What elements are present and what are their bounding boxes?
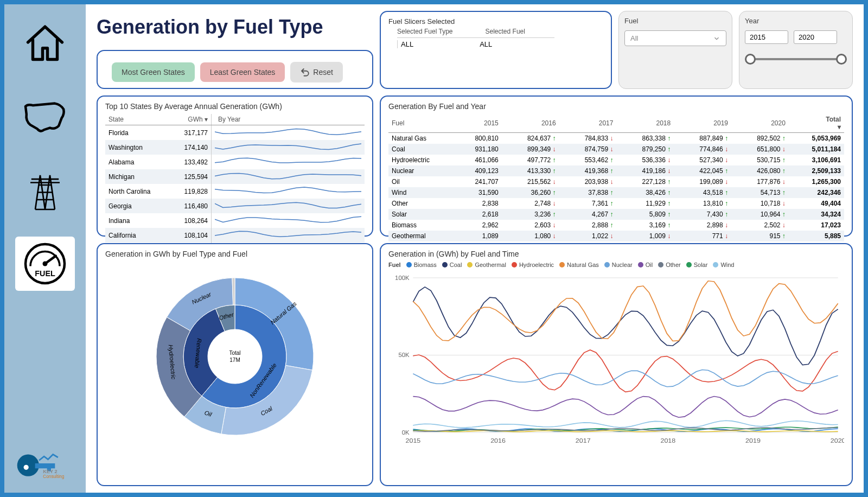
usa-map-icon	[21, 92, 69, 141]
svg-point-1	[43, 262, 48, 266]
svg-text:50K: 50K	[398, 352, 410, 358]
svg-text:2018: 2018	[660, 437, 675, 444]
table-row[interactable]: Florida317,177	[105, 125, 365, 141]
slicer-summary-card: Fuel Slicers Selected Selected Fuel Type…	[380, 11, 612, 89]
fuel-year-card: Generation By Fuel and Year Fuel20152016…	[380, 95, 853, 237]
table-row[interactable]: Indiana108,264	[105, 213, 365, 228]
pylon-icon	[21, 165, 69, 214]
table-row[interactable]: North Carolina119,828	[105, 184, 365, 199]
least-green-button[interactable]: Least Green States	[200, 62, 285, 82]
fuel-year-title: Generation By Fuel and Year	[388, 102, 844, 111]
year-to-input[interactable]	[794, 30, 837, 44]
brand-logo: KEY 2 Consulting	[15, 444, 75, 482]
donut-title: Generation in GWh by Fuel Type and Fuel	[105, 250, 365, 258]
legend-item[interactable]: Wind	[713, 262, 734, 268]
svg-text:Total: Total	[229, 350, 240, 356]
timeline-chart[interactable]: 0K50K100K201520162017201820192020	[388, 272, 844, 446]
donut-card: Generation in GWh by Fuel Type and Fuel …	[97, 243, 373, 486]
timeline-title: Generation in (GWh) by Fuel and Time	[388, 250, 844, 258]
left-nav: FUEL KEY 2 Consulting	[4, 4, 86, 493]
table-row[interactable]: Wind31,590 36,260 ↑37,838 ↑38,426 ↑43,51…	[388, 187, 844, 198]
table-row[interactable]: Hydroelectric461,066 497,772 ↑553,462 ↑5…	[388, 155, 844, 165]
svg-text:2019: 2019	[745, 437, 761, 444]
year-slider-handle-min[interactable]	[745, 54, 756, 65]
table-row[interactable]: Washington174,140	[105, 140, 365, 155]
table-row[interactable]: Geothermal1,089 1,080 ↓1,022 ↓1,009 ↓771…	[388, 231, 844, 241]
table-row[interactable]: Nuclear409,123 413,330 ↑419,368 ↑419,186…	[388, 165, 844, 176]
svg-text:KEY 2: KEY 2	[43, 469, 57, 474]
chevron-down-icon	[713, 35, 720, 42]
year-from-input[interactable]	[745, 30, 788, 44]
legend-item[interactable]: Coal	[442, 262, 462, 268]
nav-home[interactable]	[15, 15, 75, 69]
table-row[interactable]: Georgia116,480	[105, 199, 365, 213]
svg-point-4	[24, 465, 29, 470]
svg-text:100K: 100K	[395, 275, 410, 281]
legend-item[interactable]: Geothermal	[467, 262, 506, 268]
table-row[interactable]: Solar2,618 3,236 ↑4,267 ↑5,809 ↑7,430 ↑1…	[388, 209, 844, 220]
nav-transmission[interactable]	[15, 163, 75, 217]
legend-item[interactable]: Biomass	[406, 262, 437, 268]
table-row[interactable]: Coal931,180 899,349 ↓874,759 ↓879,250 ↑7…	[388, 144, 844, 155]
svg-text:0K: 0K	[402, 430, 410, 436]
svg-text:2020: 2020	[831, 437, 844, 444]
table-row[interactable]: Alabama133,492	[105, 155, 365, 169]
table-row[interactable]: California108,104	[105, 228, 365, 243]
table-row[interactable]: Other2,838 2,748 ↓7,361 ↑11,929 ↑13,810 …	[388, 198, 844, 209]
table-row[interactable]: Michigan125,594	[105, 169, 365, 184]
legend-item[interactable]: Natural Gas	[559, 262, 599, 268]
slicer-summary-title: Fuel Slicers Selected	[388, 17, 603, 26]
slicer-fuel-value: ALL	[480, 40, 492, 48]
state-filter-buttons: Most Green States Least Green States Res…	[97, 50, 373, 89]
page-title: Generation by Fuel Type	[97, 11, 373, 43]
legend-item[interactable]: Other	[658, 262, 681, 268]
undo-icon	[300, 67, 310, 77]
top10-title: Top 10 States By Average Annual Generati…	[105, 102, 365, 111]
fuel-dropdown[interactable]: All	[624, 30, 726, 46]
fuel-filter-card: Fuel All	[618, 11, 732, 89]
timeline-card: Generation in (GWh) by Fuel and Time Fue…	[380, 243, 853, 486]
legend-item[interactable]: Solar	[686, 262, 708, 268]
top10-states-card: Top 10 States By Average Annual Generati…	[97, 95, 373, 237]
donut-chart[interactable]: Natural GasCoalOilHydroelectricNuclearNo…	[132, 264, 338, 443]
table-row[interactable]: Biomass2,962 2,603 ↓2,888 ↑3,169 ↑2,898 …	[388, 220, 844, 231]
fuel-filter-label: Fuel	[624, 17, 726, 25]
fuel-year-table: Fuel201520162017201820192020Total▾ Natur…	[388, 114, 844, 252]
table-row[interactable]: Oil241,707 215,562 ↓203,938 ↓227,128 ↑19…	[388, 176, 844, 187]
year-slider[interactable]	[745, 52, 847, 68]
svg-text:17M: 17M	[229, 357, 240, 363]
svg-text:FUEL: FUEL	[35, 269, 55, 278]
svg-text:2015: 2015	[406, 437, 421, 444]
svg-text:Consulting: Consulting	[43, 474, 64, 479]
home-icon	[21, 18, 69, 67]
fuel-gauge-icon: FUEL	[21, 239, 69, 288]
svg-text:2017: 2017	[576, 437, 591, 444]
year-filter-label: Year	[745, 17, 847, 25]
slicer-col1-header: Selected Fuel Type	[397, 28, 453, 35]
year-slider-handle-max[interactable]	[836, 54, 847, 65]
legend-item[interactable]: Oil	[638, 262, 653, 268]
reset-button[interactable]: Reset	[290, 62, 343, 82]
nav-fuel[interactable]: FUEL	[15, 237, 75, 291]
nav-map[interactable]	[15, 89, 75, 143]
legend-item[interactable]: Nuclear	[604, 262, 633, 268]
most-green-button[interactable]: Most Green States	[112, 62, 195, 82]
svg-text:2016: 2016	[490, 437, 506, 444]
year-filter-card: Year	[739, 11, 853, 89]
legend-item[interactable]: Hydroelectric	[512, 262, 554, 268]
slicer-col2-header: Selected Fuel	[486, 28, 525, 35]
table-row[interactable]: Natural Gas800,810 824,637 ↑784,833 ↓863…	[388, 133, 844, 144]
slicer-fuel-type-value: ALL	[397, 40, 413, 48]
